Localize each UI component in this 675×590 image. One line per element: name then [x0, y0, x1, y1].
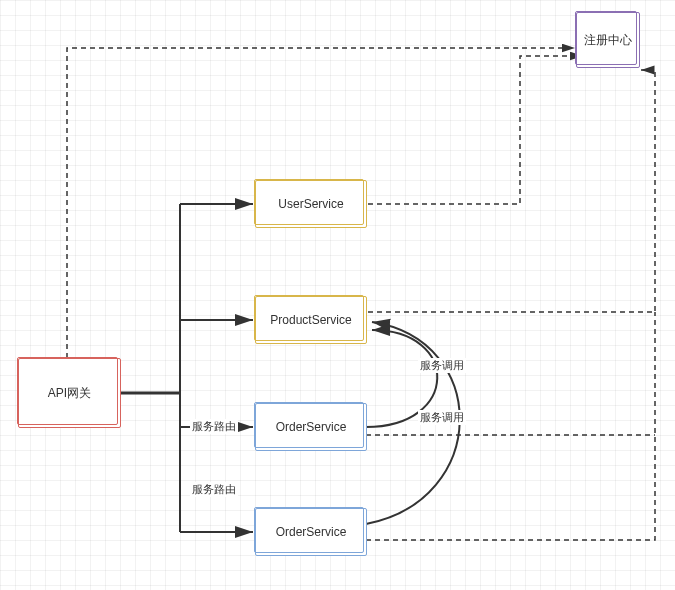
- label-route-2: 服务路由: [190, 482, 238, 497]
- node-user-service-label: UserService: [278, 197, 343, 211]
- node-order-service-2-label: OrderService: [276, 525, 347, 539]
- node-product-service-label: ProductService: [270, 313, 351, 327]
- label-route-1: 服务路由: [190, 419, 238, 434]
- node-registry-label: 注册中心: [584, 32, 632, 49]
- node-order-service-1-label: OrderService: [276, 420, 347, 434]
- label-call-2: 服务调用: [418, 410, 466, 425]
- node-user-service: UserService: [255, 180, 367, 228]
- node-order-service-2: OrderService: [255, 508, 367, 556]
- label-call-1: 服务调用: [418, 358, 466, 373]
- node-api-gateway: API网关: [18, 358, 121, 428]
- grid-background: [0, 0, 675, 590]
- node-api-gateway-label: API网关: [48, 385, 91, 402]
- node-registry: 注册中心: [576, 12, 640, 68]
- node-product-service: ProductService: [255, 296, 367, 344]
- node-order-service-1: OrderService: [255, 403, 367, 451]
